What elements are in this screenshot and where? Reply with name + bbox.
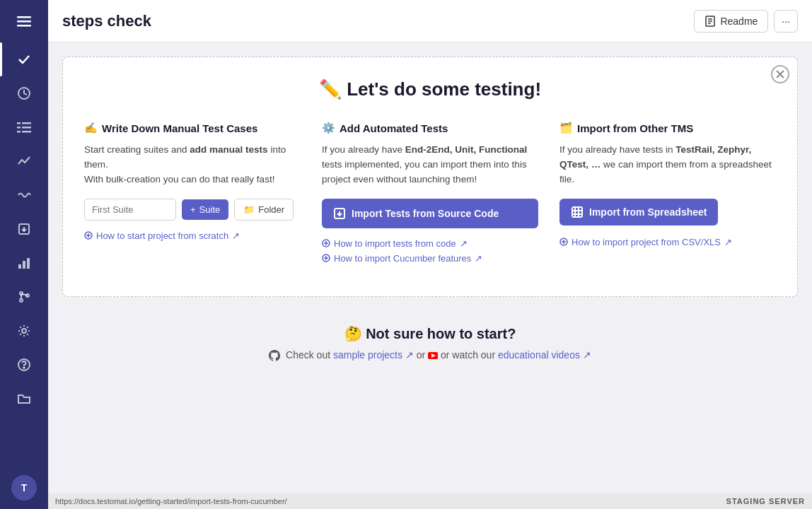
column-manual: ✍️ Write Down Manual Test Cases Start cr… [84, 122, 301, 268]
page-title: steps check [62, 12, 694, 30]
sidebar-item-chart[interactable] [0, 246, 48, 280]
status-url: https://docs.testomat.io/getting-started… [55, 497, 287, 505]
svg-point-16 [20, 299, 23, 302]
svg-rect-9 [22, 131, 31, 133]
import-spreadsheet-button[interactable]: Import from Spreadsheet [559, 199, 718, 226]
svg-point-21 [23, 367, 25, 368]
card-wrapper: ✏️ Let's do some testing! ✍️ Write Down … [62, 57, 798, 361]
help-link-csv[interactable]: How to import project from CSV/XLS ↗ [559, 237, 776, 247]
svg-rect-4 [17, 122, 21, 124]
main-content: steps check Readme ··· [48, 0, 812, 509]
readme-button[interactable]: Readme [694, 10, 768, 33]
svg-rect-0 [17, 16, 31, 18]
sidebar-item-import[interactable] [0, 212, 48, 246]
sidebar-item-list[interactable] [0, 110, 48, 144]
columns: ✍️ Write Down Manual Test Cases Start cr… [84, 122, 776, 268]
import-source-button[interactable]: Import Tests from Source Code [322, 199, 538, 228]
folder-icon: 📁 [243, 204, 255, 215]
sidebar-item-wave[interactable] [0, 178, 48, 212]
card-title: ✏️ Let's do some testing! [84, 78, 776, 100]
help-link-arrow: ↗ [232, 230, 240, 241]
help-link-scratch[interactable]: How to start project from scratch ↗ [84, 230, 301, 241]
svg-rect-12 [18, 264, 21, 269]
sidebar-item-folder[interactable] [0, 382, 48, 416]
suite-button[interactable]: + Suite [182, 199, 228, 220]
help-link1-arrow: ↗ [460, 238, 468, 249]
sidebar-bottom: T [11, 475, 37, 509]
sample-projects-link[interactable]: sample projects ↗ [333, 349, 414, 361]
bottom-title: 🤔 Not sure how to start? [62, 325, 798, 342]
sidebar-item-help[interactable] [0, 348, 48, 382]
close-button[interactable] [771, 65, 789, 83]
card-header: ✏️ Let's do some testing! [84, 78, 776, 100]
folder-button[interactable]: 📁 Folder [234, 199, 294, 221]
bottom-text: Check out sample projects ↗ or or watch … [62, 349, 798, 361]
more-button[interactable]: ··· [774, 10, 798, 33]
svg-rect-6 [17, 127, 21, 129]
statusbar: https://docs.testomat.io/getting-started… [48, 493, 812, 509]
col1-icon: ✍️ [84, 122, 98, 134]
educational-videos-link[interactable]: educational videos ↗ [498, 349, 591, 361]
help-link-csv-arrow: ↗ [724, 237, 732, 247]
main-card: ✏️ Let's do some testing! ✍️ Write Down … [62, 57, 798, 297]
header: steps check Readme ··· [48, 0, 812, 42]
column-tms: 🗂️ Import from Other TMS If you already … [559, 122, 776, 268]
suite-icon: + [190, 204, 196, 215]
sidebar-item-analytics[interactable] [0, 144, 48, 178]
col3-desc: If you already have tests in TestRail, Z… [559, 143, 776, 187]
svg-rect-8 [17, 131, 21, 133]
sidebar-top [0, 0, 48, 416]
col1-desc: Start creating suites and add manual tes… [84, 143, 301, 187]
col2-title: ⚙️ Add Automated Tests [322, 122, 538, 134]
content-area: ✏️ Let's do some testing! ✍️ Write Down … [48, 42, 812, 493]
svg-rect-14 [27, 258, 30, 269]
col3-title: 🗂️ Import from Other TMS [559, 122, 776, 134]
help-link-cucumber[interactable]: How to import Cucumber features ↗ [322, 253, 538, 264]
header-actions: Readme ··· [694, 10, 798, 33]
sidebar: T [0, 0, 48, 509]
sidebar-item-check[interactable] [0, 42, 48, 76]
bottom-section: 🤔 Not sure how to start? Check out sampl… [62, 325, 798, 361]
staging-badge: STAGING SERVER [726, 497, 805, 505]
col2-icon: ⚙️ [322, 122, 335, 134]
sidebar-hamburger[interactable] [0, 0, 48, 42]
column-automated: ⚙️ Add Automated Tests If you already ha… [322, 122, 538, 268]
svg-rect-39 [572, 207, 582, 217]
col2-desc: If you already have End-2End, Unit, Func… [322, 143, 538, 187]
avatar[interactable]: T [11, 475, 37, 501]
col1-title: ✍️ Write Down Manual Test Cases [84, 122, 301, 134]
svg-rect-2 [17, 25, 31, 27]
col3-icon: 🗂️ [559, 122, 573, 134]
help-link-code[interactable]: How to import tests from code ↗ [322, 238, 538, 249]
svg-rect-5 [22, 122, 31, 124]
svg-rect-1 [17, 21, 31, 23]
sidebar-item-branch[interactable] [0, 280, 48, 314]
suite-row: + Suite 📁 Folder [84, 199, 301, 221]
sidebar-item-settings[interactable] [0, 314, 48, 348]
svg-rect-7 [22, 127, 31, 129]
help-link2-arrow: ↗ [475, 253, 482, 264]
svg-rect-13 [23, 261, 25, 269]
first-suite-input[interactable] [84, 199, 176, 221]
sidebar-item-circle[interactable] [0, 76, 48, 110]
svg-point-19 [22, 329, 26, 333]
